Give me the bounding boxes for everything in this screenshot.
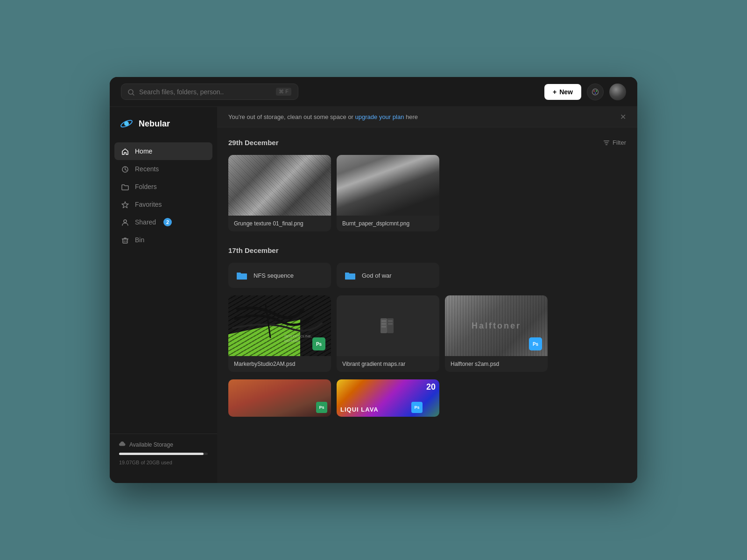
file-card-marker[interactable]: DOXYCYCLINE, DOXXIN, Ps MarkerbyStudio2A… (228, 295, 331, 372)
nav-folders-label: Folders (135, 183, 157, 190)
storage-bar-background (119, 453, 208, 455)
palette-button[interactable] (587, 84, 604, 100)
vibrant-thumbnail (337, 295, 439, 356)
search-icon (128, 88, 134, 95)
svg-point-2 (592, 89, 599, 95)
ps-badge-bottom2: Ps (411, 402, 423, 413)
folder-icon-godofwar (345, 269, 355, 281)
section-header-december29: 29th December Filter (228, 139, 626, 147)
nav-shared-label: Shared (135, 218, 156, 226)
svg-point-7 (124, 121, 129, 126)
filter-button[interactable]: Filter (603, 139, 626, 146)
file-card-burnt[interactable]: Burnt_paper_dsplcmnt.png (337, 155, 439, 231)
section-date-17: 17th December (228, 246, 279, 254)
file-card-halftoner[interactable]: Halftoner Ps Halftoner s2am.psd (445, 295, 548, 372)
app-window: ⌘ F + New (110, 77, 637, 483)
cloud-icon (119, 441, 126, 448)
sidebar-item-recents[interactable]: Recents (114, 160, 212, 178)
svg-point-4 (596, 90, 597, 91)
nav-home-label: Home (135, 147, 152, 155)
bin-icon (121, 236, 129, 244)
burnt-label: Burnt_paper_dsplcmnt.png (337, 216, 439, 231)
shortcut-hint: ⌘ F (276, 88, 291, 96)
search-input[interactable] (139, 88, 271, 96)
sidebar-item-bin[interactable]: Bin (114, 231, 212, 249)
app-title: Nebular (139, 119, 170, 129)
folder-grid-17: NFS sequence God of war (228, 263, 626, 288)
sidebar-item-favorites[interactable]: Favorites (114, 196, 212, 213)
header-actions: + New (544, 84, 626, 100)
nav-items: Home Recents (110, 142, 217, 434)
bottom-thumb-1: Ps (228, 379, 331, 417)
storage-banner: You're out of storage, clean out some sp… (217, 107, 637, 127)
grunge-label: Grunge texture 01_final.png (228, 216, 331, 231)
burnt-thumbnail (337, 155, 439, 216)
file-card-vibrant[interactable]: Vibrant gradient maps.rar (337, 295, 439, 372)
upgrade-plan-link[interactable]: upgrade your plan (355, 113, 404, 120)
ps-badge-halftoner: Ps (529, 337, 542, 350)
bottom-grid: Ps 20 LIQUI LAVA Ps (228, 379, 626, 417)
filter-icon (603, 140, 610, 146)
storage-label: Available Storage (119, 441, 208, 448)
banner-close-button[interactable]: ✕ (620, 112, 626, 121)
folder-nav-icon (121, 182, 129, 191)
storage-section: Available Storage 19.07GB of 20GB used (110, 434, 217, 474)
storage-text: 19.07GB of 20GB used (119, 460, 172, 465)
svg-line-1 (133, 94, 134, 95)
recents-icon (121, 165, 129, 173)
file-grid-17: DOXYCYCLINE, DOXXIN, Ps MarkerbyStudio2A… (228, 295, 626, 372)
lava-text: LIQUI LAVA (340, 406, 379, 413)
content-area: 29th December Filter (217, 127, 637, 428)
svg-rect-22 (381, 320, 386, 322)
halftoner-thumbnail: Halftoner Ps (445, 295, 548, 356)
section-header-december17: 17th December (228, 246, 626, 254)
image-grid-29: Grunge texture 01_final.png Burnt_paper_… (228, 155, 626, 231)
file-card-bottom1[interactable]: Ps (228, 379, 331, 417)
banner-text: You're out of storage, clean out some sp… (228, 113, 418, 120)
marker-thumbnail: DOXYCYCLINE, DOXXIN, Ps (228, 295, 331, 356)
home-icon (121, 147, 129, 155)
star-icon (121, 200, 129, 209)
ps-badge-bottom1: Ps (316, 402, 327, 413)
header: ⌘ F + New (110, 77, 637, 107)
logo-area: Nebular (110, 116, 217, 142)
storage-bar-fill (119, 453, 204, 455)
file-card-grunge[interactable]: Grunge texture 01_final.png (228, 155, 331, 231)
new-button[interactable]: + New (544, 84, 581, 100)
svg-text:DOXYCYCLINE,: DOXYCYCLINE, (284, 334, 312, 338)
svg-text:DOXXIN,: DOXXIN, (284, 339, 300, 343)
search-bar[interactable]: ⌘ F (121, 84, 298, 100)
sidebar-item-shared[interactable]: Shared 2 (114, 213, 212, 231)
vibrant-label: Vibrant gradient maps.rar (337, 356, 439, 372)
folder-name-nfs: NFS sequence (254, 272, 294, 279)
file-card-bottom2[interactable]: 20 LIQUI LAVA Ps (337, 379, 439, 417)
folder-card-nfs[interactable]: NFS sequence (228, 263, 331, 288)
svg-point-5 (595, 92, 596, 93)
sidebar-item-home[interactable]: Home (114, 142, 212, 160)
folder-name-godofwar: God of war (362, 272, 392, 279)
nav-favorites-label: Favorites (135, 201, 162, 208)
lava-number: 20 (426, 382, 436, 392)
svg-rect-25 (388, 320, 393, 322)
sidebar-item-folders[interactable]: Folders (114, 178, 212, 196)
ps-badge-marker: Ps (312, 337, 325, 350)
plus-icon: + (553, 88, 557, 96)
shared-icon (121, 218, 129, 226)
halftoner-label: Halftoner s2am.psd (445, 356, 548, 372)
marker-label: MarkerbyStudio2AM.psd (228, 356, 331, 372)
avatar[interactable] (609, 84, 626, 100)
svg-rect-23 (381, 323, 386, 325)
bottom-thumb-2: 20 LIQUI LAVA Ps (337, 379, 439, 417)
folder-card-godofwar[interactable]: God of war (337, 263, 439, 288)
svg-point-10 (124, 220, 127, 223)
app-body: Nebular Home (110, 107, 637, 483)
logo-icon (119, 116, 134, 131)
folder-icon-nfs (237, 269, 247, 281)
main-content: You're out of storage, clean out some sp… (217, 107, 637, 483)
rar-icon (380, 317, 396, 334)
svg-rect-26 (388, 323, 393, 325)
nav-recents-label: Recents (135, 165, 159, 173)
sidebar: Nebular Home (110, 107, 217, 483)
svg-marker-9 (122, 202, 128, 208)
shared-badge: 2 (163, 218, 172, 226)
